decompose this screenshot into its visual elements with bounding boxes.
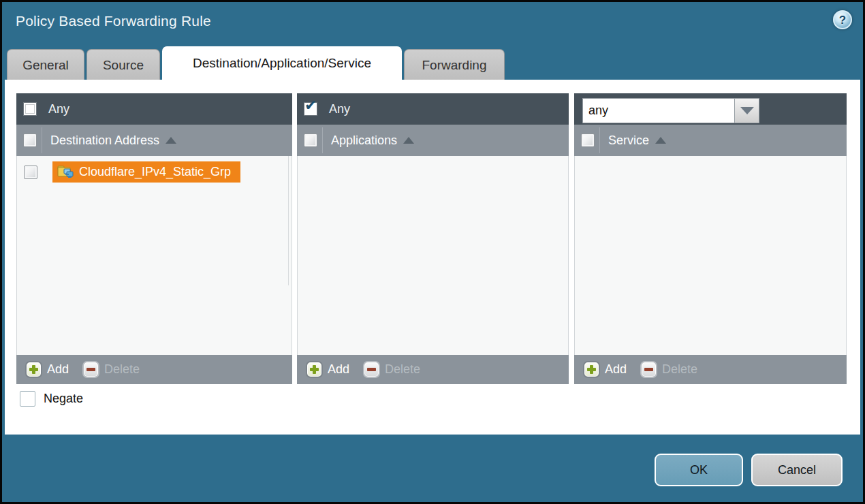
chevron-down-icon — [740, 107, 754, 114]
delete-button[interactable]: Delete — [385, 362, 420, 377]
dialog-title: Policy Based Forwarding Rule — [16, 13, 211, 29]
applications-footer: Add Delete — [297, 355, 569, 384]
question-mark-glyph: ? — [839, 14, 846, 26]
destination-list: Cloudflare_IPv4_Static_Grp — [16, 156, 292, 355]
destination-header-label: Destination Address — [50, 133, 159, 148]
delete-icon[interactable] — [640, 361, 657, 378]
tab-general[interactable]: General — [7, 49, 84, 80]
delete-button[interactable]: Delete — [104, 362, 140, 377]
service-panel: any Service Add De — [574, 93, 847, 384]
sort-ascending-icon[interactable] — [403, 137, 414, 144]
help-icon[interactable]: ? — [833, 10, 852, 29]
negate-row: Negate — [20, 391, 83, 407]
add-icon[interactable] — [583, 361, 600, 378]
tab-source[interactable]: Source — [86, 49, 160, 80]
header-divider — [322, 127, 323, 153]
table-row[interactable]: Cloudflare_IPv4_Static_Grp — [17, 156, 292, 183]
applications-header-label: Applications — [331, 133, 397, 148]
destination-any-bar: Any — [16, 93, 292, 125]
address-group-icon — [57, 166, 74, 178]
add-icon[interactable] — [306, 361, 323, 378]
service-mode-value[interactable]: any — [582, 98, 735, 123]
add-button[interactable]: Add — [605, 362, 627, 377]
service-list — [574, 156, 847, 355]
applications-panel: ✔ Any Applications Add Delete — [297, 93, 569, 384]
delete-icon[interactable] — [363, 361, 380, 378]
destination-address-panel: Any Destination Address — [16, 93, 292, 384]
destination-any-checkbox[interactable] — [23, 102, 37, 116]
tab-destination-application-service[interactable]: Destination/Application/Service — [162, 46, 402, 80]
applications-any-checkbox[interactable]: ✔ — [304, 102, 317, 116]
applications-select-all-checkbox[interactable] — [304, 133, 317, 147]
add-button[interactable]: Add — [328, 362, 349, 377]
pbf-rule-dialog: Policy Based Forwarding Rule ? General S… — [0, 0, 865, 504]
service-select-all-checkbox[interactable] — [581, 133, 595, 147]
destination-column-header[interactable]: Destination Address — [16, 125, 292, 156]
destination-footer: Add Delete — [16, 355, 292, 384]
destination-select-all-checkbox[interactable] — [23, 133, 37, 147]
service-mode-bar: any — [574, 93, 847, 125]
service-footer: Add Delete — [574, 355, 847, 384]
service-column-header[interactable]: Service — [574, 125, 847, 156]
scrollbar-track[interactable] — [288, 156, 289, 285]
cancel-button[interactable]: Cancel — [751, 454, 843, 486]
header-divider — [599, 127, 600, 153]
sort-ascending-icon[interactable] — [655, 137, 666, 144]
service-mode-dropdown[interactable]: any — [582, 98, 759, 123]
applications-column-header[interactable]: Applications — [297, 125, 569, 156]
checkmark-icon: ✔ — [304, 98, 317, 113]
ok-button[interactable]: OK — [655, 454, 743, 486]
selector-columns: Any Destination Address — [16, 93, 847, 384]
dropdown-button[interactable] — [735, 98, 759, 123]
header-divider — [42, 127, 42, 153]
negate-label: Negate — [44, 392, 83, 406]
delete-icon[interactable] — [82, 361, 99, 378]
delete-button[interactable]: Delete — [662, 362, 697, 377]
applications-any-bar: ✔ Any — [297, 93, 569, 125]
destination-any-label: Any — [48, 102, 69, 116]
service-header-label: Service — [608, 133, 649, 148]
tab-content-panel: Any Destination Address — [5, 80, 860, 435]
selected-address-group[interactable]: Cloudflare_IPv4_Static_Grp — [52, 161, 240, 183]
add-button[interactable]: Add — [47, 362, 69, 377]
applications-list — [297, 156, 569, 355]
negate-checkbox[interactable] — [20, 391, 35, 407]
tab-forwarding[interactable]: Forwarding — [404, 49, 505, 80]
add-icon[interactable] — [25, 361, 42, 378]
row-checkbox[interactable] — [24, 166, 37, 179]
address-group-name: Cloudflare_IPv4_Static_Grp — [79, 165, 231, 179]
sort-ascending-icon[interactable] — [166, 137, 176, 144]
applications-any-label: Any — [329, 102, 350, 116]
